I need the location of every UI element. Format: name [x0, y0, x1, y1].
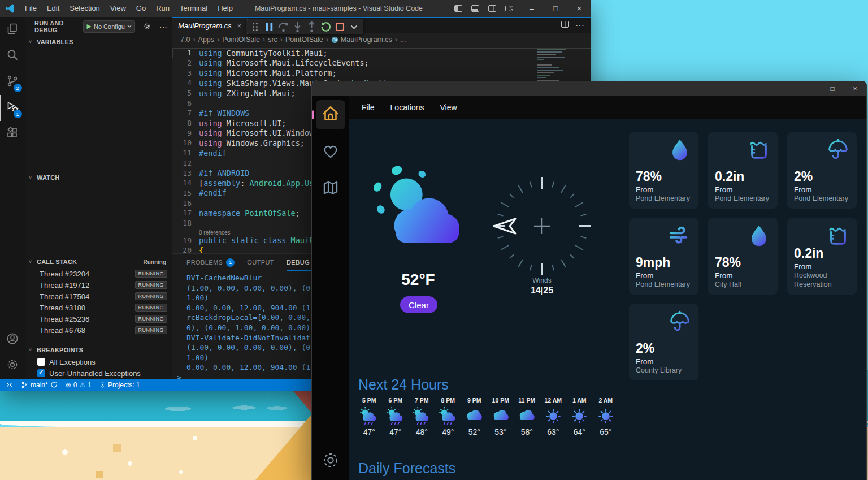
breadcrumb-item[interactable]: ... ›: [400, 36, 406, 44]
toggle-sidebar-icon[interactable]: [451, 1, 466, 16]
weather-card[interactable]: 78% From Pond Elementary: [629, 132, 698, 209]
menu-item[interactable]: Edit: [42, 0, 64, 17]
breakpoint-item[interactable]: User-Unhandled Exceptions: [25, 367, 172, 379]
activity-bar-item[interactable]: 2: [0, 69, 25, 95]
breadcrumb-item[interactable]: src ›: [268, 36, 285, 44]
toggle-panel-icon[interactable]: [468, 1, 483, 16]
panel-tab[interactable]: OUTPUT: [247, 254, 274, 271]
heart-icon: [320, 140, 341, 164]
activity-bar-item[interactable]: [0, 353, 25, 379]
menu-item[interactable]: Go: [131, 0, 151, 17]
debug-config-dropdown[interactable]: ▶ No Configu: [83, 20, 135, 33]
thread-row[interactable]: Thread #6768 RUNNING: [25, 325, 172, 336]
activity-bar-item[interactable]: [0, 327, 25, 353]
breadcrumb-item[interactable]: 7.0 ›: [180, 36, 198, 44]
minimap[interactable]: [536, 47, 572, 86]
chevron-down-icon: [127, 25, 132, 28]
weather-card[interactable]: 9mph From Pond Elementary: [629, 218, 698, 295]
close-button[interactable]: ×: [567, 0, 591, 17]
wind-compass: [488, 172, 596, 280]
menu-item[interactable]: Locations: [383, 103, 432, 112]
menu-item[interactable]: Run: [151, 0, 175, 17]
menu-item[interactable]: File: [354, 103, 383, 112]
stop-icon[interactable]: [333, 20, 346, 33]
menu-item[interactable]: View: [432, 103, 465, 112]
activity-bar-item[interactable]: [0, 121, 25, 147]
restart-icon[interactable]: [319, 20, 332, 33]
panel-tab[interactable]: PROBLEMS 1: [186, 254, 235, 271]
breadcrumb-item[interactable]: PointOfSale ›: [222, 36, 268, 44]
menu-item[interactable]: Help: [212, 0, 238, 17]
git-branch-indicator[interactable]: main*: [21, 381, 58, 389]
code-line[interactable]: 2 using Microsoft.Maui.LifecycleEvents;: [172, 58, 591, 68]
code-line[interactable]: 3 using Microsoft.Maui.Platform;: [172, 68, 591, 78]
activity-bar-item[interactable]: [0, 17, 25, 43]
chev-icon[interactable]: [348, 20, 361, 33]
call-stack-status: Running: [143, 259, 166, 265]
thread-row[interactable]: Thread #25236 RUNNING: [25, 313, 172, 325]
breakpoint-item[interactable]: All Exceptions: [25, 356, 172, 367]
projects-indicator[interactable]: Projects: 1: [99, 381, 140, 389]
weather-card[interactable]: 0.2in From Rockwood Reservation: [787, 218, 857, 295]
breadcrumb-item[interactable]: Apps ›: [198, 36, 223, 44]
start-debug-icon[interactable]: ▶: [86, 23, 91, 30]
sidebar-nav-item[interactable]: [316, 175, 345, 204]
activity-bar-item[interactable]: 1: [0, 95, 25, 121]
split-editor-icon[interactable]: [561, 20, 570, 31]
line-number: 1: [172, 49, 192, 57]
checkbox[interactable]: [37, 369, 45, 377]
breadcrumb-item[interactable]: C# MauiProgram.cs ›: [331, 36, 400, 44]
vscode-titlebar[interactable]: FileEditSelectionViewGoRunTerminalHelp M…: [0, 0, 591, 17]
pause-icon[interactable]: [263, 20, 276, 33]
menu-item[interactable]: File: [20, 0, 42, 17]
minimize-button[interactable]: –: [798, 81, 821, 96]
problems-indicator[interactable]: ⊗0 ⚠1: [66, 381, 92, 389]
step-over-icon[interactable]: [277, 20, 290, 33]
daily-forecasts-title: Daily Forecasts: [358, 460, 455, 477]
customize-layout-icon[interactable]: [502, 1, 517, 16]
close-tab-icon[interactable]: ×: [237, 21, 242, 30]
sidebar-nav-item[interactable]: [316, 100, 345, 129]
maximize-button[interactable]: □: [821, 81, 844, 96]
activity-bar-item[interactable]: [0, 43, 25, 69]
call-stack-header[interactable]: ˅CALL STACKRunning: [25, 256, 172, 268]
condition-button[interactable]: Clear: [400, 296, 437, 313]
watch-header[interactable]: ˅WATCH: [25, 171, 172, 184]
menu-item[interactable]: Terminal: [175, 0, 212, 17]
weather-card[interactable]: 78% From City Hall: [708, 218, 778, 295]
breakpoints-header[interactable]: ˅BREAKPOINTS: [25, 344, 172, 356]
weather-window-controls: – □ ×: [798, 81, 866, 96]
weather-card[interactable]: 2% From Pond Elementary: [787, 132, 857, 209]
sidebar-nav-item[interactable]: [316, 137, 345, 167]
weather-titlebar[interactable]: – □ ×: [312, 81, 866, 96]
hourly-forecast-strip[interactable]: 5 PM 47° 6 PM 47° 7 PM: [356, 397, 619, 436]
debug-settings-gear-icon[interactable]: [143, 22, 151, 31]
minimize-button[interactable]: –: [520, 0, 544, 17]
remote-indicator[interactable]: [6, 381, 13, 388]
toggle-secondary-sidebar-icon[interactable]: [485, 1, 500, 16]
step-into-icon[interactable]: [291, 20, 304, 33]
weather-card[interactable]: 2% From County Library: [629, 304, 698, 380]
step-out-icon[interactable]: [305, 20, 318, 33]
grip-icon[interactable]: [249, 20, 262, 33]
thread-state-badge: RUNNING: [135, 292, 168, 300]
checkbox[interactable]: [37, 358, 45, 366]
menu-item[interactable]: Selection: [64, 0, 105, 17]
maximize-button[interactable]: □: [544, 0, 567, 17]
breadcrumb-item[interactable]: PointOfSale ›: [285, 36, 331, 44]
umbrella-icon: [825, 137, 851, 163]
weather-app-window: – □ ×: [311, 81, 867, 480]
sidebar-settings-item[interactable]: [316, 447, 345, 476]
thread-row[interactable]: Thread #17504 RUNNING: [25, 291, 172, 302]
weather-card[interactable]: 0.2in From Pond Elementary: [708, 132, 778, 209]
menu-item[interactable]: View: [105, 0, 131, 17]
more-actions-icon[interactable]: ···: [159, 22, 167, 31]
editor-more-actions-icon[interactable]: ···: [575, 20, 584, 31]
thread-row[interactable]: Thread #23204 RUNNING: [25, 268, 172, 279]
editor-tab[interactable]: MauiProgram.cs ×: [172, 18, 248, 33]
thread-row[interactable]: Thread #3180 RUNNING: [25, 302, 172, 313]
thread-row[interactable]: Thread #19712 RUNNING: [25, 279, 172, 291]
variables-header[interactable]: ˅VARIABLES: [25, 36, 172, 48]
code-line[interactable]: 1 using CommunityToolkit.Maui;: [172, 48, 591, 58]
close-button[interactable]: ×: [844, 81, 866, 96]
